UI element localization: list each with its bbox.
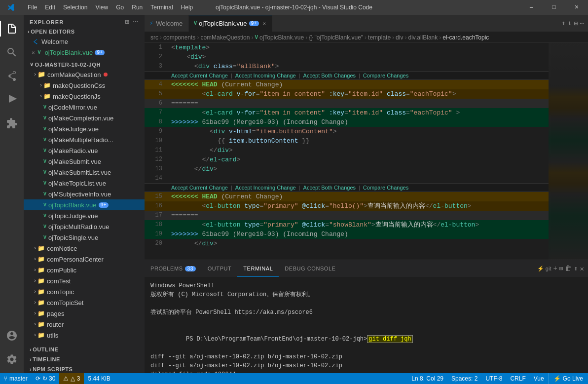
status-sync[interactable]: ⟳ ↻ 30 — [32, 373, 60, 384]
editor-tab-ojtopicblank[interactable]: ✕ V ojTopicBlank.vue 9+ — [24, 47, 145, 58]
activity-account[interactable] — [0, 324, 24, 347]
editor-tab-welcome[interactable]: Welcome — [24, 36, 145, 47]
file-ojMakeRadio[interactable]: V ojMakeRadio.vue — [24, 145, 145, 156]
status-filesize[interactable]: 5.44 KiB — [84, 373, 114, 384]
titlebar-title: ojTopicBlank.vue - oj-master-10-02-jqh -… — [216, 4, 372, 11]
panel-trash-icon[interactable]: 🗑 — [565, 265, 572, 272]
activity-settings[interactable] — [0, 347, 24, 371]
file-ojMakeCompletion[interactable]: V ojMakeCompletion.vue — [24, 113, 145, 123]
scroll-right-icon[interactable]: ⬇ — [568, 19, 572, 28]
panel-tab-output[interactable]: OUTPUT — [202, 260, 238, 277]
breadcrumb-obj[interactable]: {} "ojTopicBlank.vue" — [309, 34, 363, 41]
status-branch[interactable]: ⑂ master — [0, 373, 32, 384]
breadcrumb-elcard[interactable]: el-card.eachTopic — [442, 34, 489, 41]
panel-close-icon[interactable]: ✕ — [580, 265, 584, 273]
status-line-ending[interactable]: CRLF — [506, 373, 529, 384]
menu-file[interactable]: File — [24, 3, 41, 12]
file-ojTopicMultRadio[interactable]: V ojTopicMultRadio.vue — [24, 221, 145, 232]
compare-changes-link-2[interactable]: Compare Changes — [363, 183, 408, 192]
open-editors-header[interactable]: ›OPEN EDITORS — [24, 27, 145, 36]
folder-comTopic[interactable]: › 📁 comTopic — [24, 286, 145, 297]
file-ojMakeJudge[interactable]: V ojMakeJudge.vue — [24, 123, 145, 134]
ojtopicblank-badge: 9+ — [95, 50, 105, 55]
breadcrumb-components[interactable]: components — [163, 34, 195, 41]
tab-close-icon[interactable]: ✕ — [262, 19, 267, 28]
timeline-header[interactable]: ›TIMELINE — [24, 354, 145, 364]
activity-extensions[interactable] — [0, 112, 24, 135]
tab-ojtopicblank[interactable]: V ojTopicBlank.vue 9+ ✕ — [189, 15, 272, 32]
file-ojMakeSubmitList[interactable]: V ojMakeSubmitList.vue — [24, 167, 145, 178]
status-position[interactable]: Ln 8, Col 29 — [407, 373, 447, 384]
menu-view[interactable]: View — [91, 3, 112, 12]
file-ojMakeMultipleRadio[interactable]: V ojMakeMultipleRadio... — [24, 134, 145, 145]
file-ojMSubjectiveInfo[interactable]: V ojMSubjectiveInfo.vue — [24, 189, 145, 199]
menu-go[interactable]: Go — [112, 3, 128, 12]
folder-comPublic[interactable]: › 📁 comPublic — [24, 265, 145, 275]
accept-current-link[interactable]: Accept Current Change — [171, 71, 228, 80]
maximize-button[interactable]: □ — [543, 0, 565, 15]
panel-split-icon[interactable]: ⊞ — [559, 265, 563, 272]
folder-comTopicSet[interactable]: › 📁 comTopicSet — [24, 297, 145, 308]
accept-current-link-2[interactable]: Accept Current Change — [171, 183, 228, 192]
folder-comMakeQuestion[interactable]: › 📁 comMakeQuestion — [24, 69, 145, 80]
panel-tab-terminal[interactable]: TERMINAL — [237, 260, 279, 277]
accept-both-link-2[interactable]: Accept Both Changes — [303, 183, 356, 192]
collapse-all-icon[interactable]: ⋯ — [133, 19, 139, 25]
split-editor-icon[interactable]: ⊞ — [574, 19, 578, 28]
menu-run[interactable]: Run — [128, 3, 147, 12]
breadcrumb-src[interactable]: src — [150, 34, 158, 41]
folder-comTest[interactable]: › 📁 comTest — [24, 275, 145, 286]
activity-source-control[interactable] — [0, 64, 24, 88]
folder-comNotice[interactable]: › 📁 comNotice — [24, 243, 145, 254]
accept-incoming-link-2[interactable]: Accept Incoming Change — [235, 183, 296, 192]
menu-help[interactable]: Help — [177, 3, 197, 12]
panel-tab-debug[interactable]: DEBUG CONSOLE — [279, 260, 341, 277]
file-ojCodeMirror[interactable]: V ojCodeMirror.vue — [24, 102, 145, 113]
status-language[interactable]: Vue — [530, 373, 548, 384]
project-header[interactable]: ∨OJ-MASTER-10-02-JQH — [24, 60, 145, 69]
new-file-icon[interactable]: ⊞ — [125, 19, 130, 25]
breadcrumb-comMakeQuestion[interactable]: comMakeQuestion — [200, 34, 250, 41]
menu-selection[interactable]: Selection — [59, 3, 91, 12]
panel-add-icon[interactable]: + — [553, 265, 557, 272]
activity-search[interactable] — [0, 40, 24, 64]
tab-welcome[interactable]: ⚡ Welcome — [145, 15, 189, 32]
breadcrumb-template[interactable]: template — [368, 34, 391, 41]
status-encoding[interactable]: UTF-8 — [481, 373, 506, 384]
terminal-content[interactable]: Windows PowerShell 版权所有 (C) Microsoft Co… — [145, 277, 588, 373]
folder-pages[interactable]: › 📁 pages — [24, 308, 145, 319]
folder-router[interactable]: › 📁 router — [24, 319, 145, 330]
folder-utils[interactable]: › 📁 utils — [24, 330, 145, 341]
code-editor-main[interactable]: 1 <template> 2 <div> 3 <div class="allBl… — [145, 43, 549, 260]
panel-collapse-icon[interactable]: ⬆ — [574, 265, 578, 273]
breadcrumb-divAllBlank[interactable]: div.allBlank — [408, 34, 438, 41]
file-ojMakeSubmit[interactable]: V ojMakeSubmit.vue — [24, 156, 145, 167]
status-spaces[interactable]: Spaces: 2 — [447, 373, 481, 384]
more-actions-icon[interactable]: ⋯ — [580, 19, 584, 28]
status-go-live[interactable]: ⚡ Go Live — [548, 373, 588, 384]
minimize-button[interactable]: – — [520, 0, 543, 15]
accept-both-link[interactable]: Accept Both Changes — [303, 71, 356, 80]
file-ojMakeTopicList[interactable]: V ojMakeTopicList.vue — [24, 178, 145, 189]
outline-header[interactable]: ›OUTLINE — [24, 345, 145, 354]
file-ojTopicJudge[interactable]: V ojTopicJudge.vue — [24, 210, 145, 221]
activity-explorer[interactable] — [0, 17, 24, 40]
npm-scripts-header[interactable]: ›NPM SCRIPTS — [24, 364, 145, 373]
menu-terminal[interactable]: Terminal — [147, 3, 177, 12]
close-icon[interactable]: ✕ — [32, 49, 35, 56]
menu-edit[interactable]: Edit — [41, 3, 59, 12]
status-warnings[interactable]: ⚠ △ 3 — [59, 373, 84, 384]
accept-incoming-link[interactable]: Accept Incoming Change — [235, 71, 296, 80]
panel-tab-problems[interactable]: PROBLEMS 33 — [145, 260, 202, 277]
activity-run[interactable] — [0, 88, 24, 112]
file-ojTopicSingle[interactable]: V ojTopicSingle.vue — [24, 232, 145, 243]
breadcrumb-file[interactable]: ojTopicBlank.vue — [259, 34, 304, 41]
breadcrumb-div[interactable]: div — [396, 34, 403, 41]
folder-makeQuestionJs[interactable]: › 📁 makeQuestionJs — [24, 91, 145, 102]
scroll-left-icon[interactable]: ⬆ — [561, 19, 565, 28]
file-ojTopicBlank-active[interactable]: V ojTopicBlank.vue 9+ — [24, 199, 145, 210]
close-button[interactable]: × — [565, 0, 588, 15]
compare-changes-link[interactable]: Compare Changes — [363, 71, 408, 80]
folder-comPersonalCenter[interactable]: › 📁 comPersonalCenter — [24, 254, 145, 265]
folder-makeQuestionCss[interactable]: › 📁 makeQuestionCss — [24, 80, 145, 91]
